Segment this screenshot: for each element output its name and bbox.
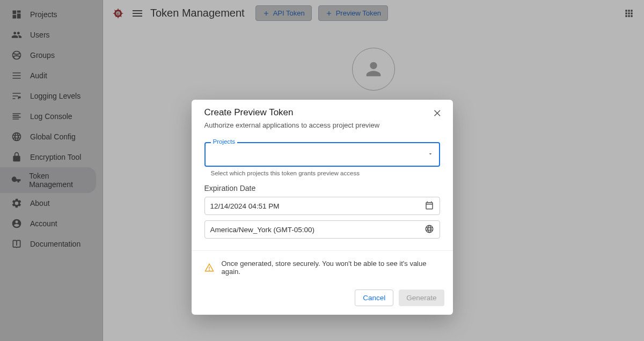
globe-icon[interactable] <box>425 224 434 235</box>
projects-select[interactable]: Projects <box>204 142 440 167</box>
cancel-button[interactable]: Cancel <box>355 290 393 306</box>
cancel-label: Cancel <box>363 294 385 302</box>
dialog-footer: Cancel Generate <box>192 284 453 315</box>
close-button[interactable] <box>430 106 445 121</box>
create-preview-token-dialog: Create Preview Token Authorize external … <box>192 100 453 315</box>
svg-point-4 <box>209 270 209 270</box>
dialog-title: Create Preview Token <box>204 107 440 118</box>
timezone-value: America/New_York (GMT-05:00) <box>210 226 315 234</box>
timezone-input[interactable]: America/New_York (GMT-05:00) <box>204 220 440 239</box>
projects-field-label: Projects <box>211 138 238 145</box>
calendar-icon[interactable] <box>425 201 434 212</box>
generate-label: Generate <box>406 294 436 302</box>
modal-backdrop[interactable]: Create Preview Token Authorize external … <box>0 0 644 341</box>
warning-text: Once generated, store securely. You won'… <box>222 260 440 276</box>
warning-row: Once generated, store securely. You won'… <box>192 250 453 284</box>
close-icon <box>433 108 443 119</box>
projects-helper-text: Select which projects this token grants … <box>211 170 440 176</box>
dialog-body: Projects Select which projects this toke… <box>192 134 453 250</box>
expiration-date-input[interactable]: 12/14/2024 04:51 PM <box>204 197 440 215</box>
warning-icon <box>204 263 214 272</box>
expiration-section-label: Expiration Date <box>204 184 440 192</box>
chevron-down-icon <box>427 150 434 159</box>
dialog-header: Create Preview Token Authorize external … <box>192 100 453 134</box>
generate-button: Generate <box>399 290 444 306</box>
projects-field-wrap: Projects <box>204 142 440 167</box>
dialog-subtitle: Authorize external applications to acces… <box>204 121 440 129</box>
expiration-date-value: 12/14/2024 04:51 PM <box>210 202 280 210</box>
